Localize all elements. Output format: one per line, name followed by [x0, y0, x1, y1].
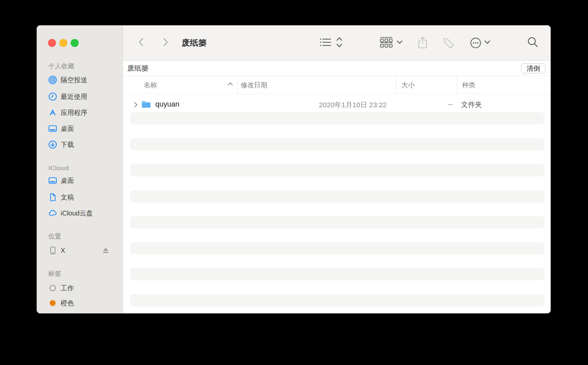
sidebar-item-label: 应用程序 — [61, 108, 87, 117]
tag-icon[interactable] — [443, 37, 455, 49]
sidebar-section-icloud: iCloud — [37, 163, 123, 173]
cloud-icon — [48, 209, 57, 217]
sidebar: 个人收藏 隔空投送 最近使用 — [37, 25, 123, 313]
sort-ascending-icon — [227, 82, 233, 86]
sidebar-item-label: 隔空投送 — [61, 76, 87, 85]
sidebar-item-airdrop[interactable]: 隔空投送 — [37, 75, 123, 85]
empty-row-stripe — [130, 164, 544, 177]
sidebar-item-label: 工作 — [61, 284, 74, 293]
group-icon[interactable] — [380, 37, 393, 48]
file-date-modified: 2020年1月10日 23:22 — [303, 100, 387, 110]
airdrop-icon — [48, 76, 57, 84]
more-chevron-icon[interactable] — [484, 40, 491, 44]
desktop-icon — [48, 176, 57, 185]
sidebar-item-label: X — [61, 247, 65, 254]
desktop-icon — [48, 124, 57, 133]
back-button[interactable] — [137, 38, 146, 47]
sidebar-item-desktop[interactable]: 桌面 — [37, 124, 123, 134]
file-kind: 文件夹 — [461, 100, 482, 109]
empty-row-stripe — [130, 138, 544, 151]
search-icon[interactable] — [527, 36, 539, 48]
main-area: 废纸篓 — [123, 25, 551, 313]
group-chevron-icon[interactable] — [396, 40, 403, 44]
file-list: quyuan 2020年1月10日 23:22 -- 文件夹 — [123, 94, 551, 313]
sort-toggle-icon[interactable] — [336, 37, 343, 48]
sidebar-item-label: 桌面 — [61, 176, 74, 185]
sidebar-item-recents[interactable]: 最近使用 — [37, 92, 123, 102]
sidebar-section-favorites: 个人收藏 — [37, 61, 123, 71]
column-header-kind[interactable]: 种类 — [457, 76, 551, 94]
empty-row-stripe — [130, 294, 544, 306]
disclosure-chevron-icon[interactable] — [134, 102, 138, 108]
traffic-lights — [48, 39, 79, 47]
sidebar-item-label: 橙色 — [61, 299, 74, 308]
sidebar-section-locations: 位置 — [37, 231, 123, 241]
empty-row-stripe — [130, 242, 544, 254]
section-label: 位置 — [48, 232, 61, 241]
clock-icon — [48, 92, 57, 101]
sidebar-item-label: 最近使用 — [61, 92, 87, 101]
tag-dot-icon — [48, 299, 57, 307]
finder-window: 个人收藏 隔空投送 最近使用 — [37, 25, 551, 313]
close-button[interactable] — [48, 39, 56, 47]
sidebar-item-label: 文稿 — [61, 193, 74, 202]
folder-icon — [141, 100, 151, 109]
window-title: 废纸篓 — [182, 25, 207, 60]
section-label: iCloud — [48, 165, 69, 172]
maximize-button[interactable] — [71, 39, 79, 47]
sidebar-item-tag-orange[interactable]: 橙色 — [37, 298, 123, 308]
view-list-icon[interactable] — [320, 38, 332, 47]
share-icon[interactable] — [417, 36, 428, 49]
sidebar-item-device-x[interactable]: X — [37, 245, 123, 255]
column-header-size[interactable]: 大小 — [396, 76, 457, 94]
sidebar-item-icloud-drive[interactable]: iCloud云盘 — [37, 208, 123, 218]
column-header-date-modified[interactable]: 修改日期 — [237, 76, 396, 94]
file-name: quyuan — [155, 100, 179, 109]
empty-row-stripe — [130, 190, 544, 202]
file-size: -- — [433, 100, 453, 108]
minimize-button[interactable] — [59, 39, 67, 47]
eject-icon[interactable] — [102, 246, 110, 254]
sidebar-item-downloads[interactable]: 下载 — [37, 140, 123, 150]
sidebar-item-label: iCloud云盘 — [61, 209, 93, 218]
sidebar-item-label: 下载 — [61, 140, 74, 149]
section-label: 标签 — [48, 269, 61, 278]
sidebar-item-documents[interactable]: 文稿 — [37, 192, 123, 202]
empty-row-stripe — [130, 268, 544, 280]
sidebar-item-tag-work[interactable]: 工作 — [37, 283, 123, 293]
column-header-name[interactable]: 名称 — [123, 76, 237, 94]
more-icon[interactable] — [470, 37, 482, 49]
sidebar-item-label: 桌面 — [61, 124, 74, 133]
empty-trash-button[interactable]: 清倒 — [521, 63, 546, 73]
download-icon — [48, 140, 57, 149]
path-bar: 废纸篓 清倒 — [123, 61, 551, 76]
forward-button[interactable] — [161, 38, 170, 47]
appstore-icon — [48, 108, 57, 117]
screenshot-stage: 个人收藏 隔空投送 最近使用 — [0, 0, 588, 365]
sidebar-item-icloud-desktop[interactable]: 桌面 — [37, 176, 123, 185]
device-icon — [48, 246, 57, 255]
sidebar-item-applications[interactable]: 应用程序 — [37, 108, 123, 118]
empty-row-stripe — [130, 216, 544, 228]
current-location-label: 废纸篓 — [127, 64, 148, 73]
tag-ring-icon — [48, 284, 57, 292]
empty-row-stripe — [130, 112, 544, 125]
column-header-row: 名称 修改日期 大小 种类 — [123, 76, 551, 94]
document-icon — [48, 193, 57, 201]
file-row-quyuan[interactable]: quyuan 2020年1月10日 23:22 -- 文件夹 — [123, 98, 551, 111]
sidebar-section-tags: 标签 — [37, 269, 123, 279]
section-label: 个人收藏 — [48, 62, 74, 71]
toolbar: 废纸篓 — [123, 25, 551, 61]
